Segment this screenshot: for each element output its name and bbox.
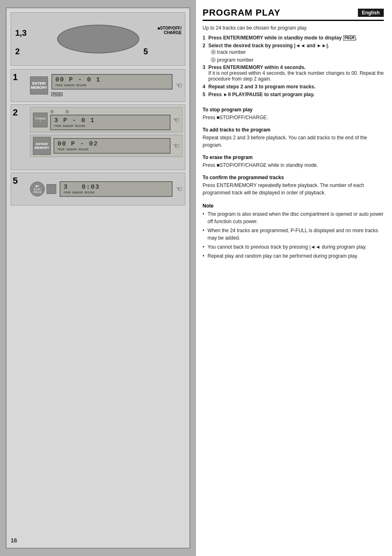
play-stop-buttons: ▶II PLAY /PAUS xyxy=(30,182,56,196)
step-num-2: 2 xyxy=(203,43,205,48)
prgm-label-1: PRGM xyxy=(51,92,62,96)
play-pause-button[interactable]: ▶II PLAY /PAUS xyxy=(30,182,45,196)
step-num-5: 5 xyxy=(203,92,205,97)
device-illustration: 1,3 ■STOP/OFF/CHARGE 2 5 xyxy=(11,12,185,66)
device-oval xyxy=(57,25,139,53)
step1-text: Press ENTER/MEMORY while in standby mode… xyxy=(208,35,357,41)
enter-memory-button-2b[interactable]: ENTER/ MEMORY xyxy=(33,137,51,155)
note-section: Note The program is also erased when the… xyxy=(203,203,384,261)
step2-sub-b: ⓑ program number xyxy=(203,57,384,64)
display-box-5: 3 0:03 PRGM RANDOM RESUME xyxy=(60,181,173,197)
note-item-4: Repeat play and random play can be perfo… xyxy=(203,252,384,260)
note-item-1: The program is also erased when the disc… xyxy=(203,210,384,225)
step-row-5: 5 ▶II PLAY /PAUS 3 0:03 PRGM RANDOM RESU… xyxy=(11,173,185,205)
prgm-display-label: PRGM xyxy=(343,35,355,41)
steps-container: 1 ENTER/ MEMORY 00 P - 0 1 PRGM RANDOM R… xyxy=(11,69,185,534)
instruction-step-5: 5 Press ►II PLAY/PAUSE to start program … xyxy=(203,92,384,97)
instruction-step-4: 4 Repeat steps 2 and 3 to program more t… xyxy=(203,84,384,90)
display-sub-5: PRGM RANDOM RESUME xyxy=(64,191,168,194)
step2a-row: TUNING + ⓐ ⓑ 3 P - 0 1 P xyxy=(30,107,182,132)
instruction-step-3: 3 Press ENTER/MEMORY within 4 seconds. I… xyxy=(203,65,384,82)
page-header: PROGRAM PLAY English xyxy=(203,7,384,21)
step3-bold: Press ENTER/MEMORY within 4 seconds. xyxy=(208,65,306,70)
step2-sub-a: ⓐ track number xyxy=(203,49,384,56)
display-line-5: 3 0:03 xyxy=(64,184,168,191)
note-item-3: You cannot back to previous track by pre… xyxy=(203,243,384,251)
label-b: ⓑ xyxy=(65,109,69,115)
section-text-add: Repeat steps 2 and 3 before playback. Yo… xyxy=(203,134,384,149)
right-panel: PROGRAM PLAY English Up to 24 tracks can… xyxy=(196,0,392,556)
stop-charge-label: ■STOP/OFF/CHARGE xyxy=(157,26,182,35)
stop-button[interactable] xyxy=(46,184,56,194)
step-num-1: 1 xyxy=(203,35,205,41)
display-line-2a: 3 P - 0 1 xyxy=(54,117,166,124)
manual-page: 1,3 ■STOP/OFF/CHARGE 2 5 1 ENTER/ MEMORY xyxy=(6,7,190,549)
instruction-step-2: 2 Select the desired track by pressing |… xyxy=(203,43,384,48)
step2-content: TUNING + ⓐ ⓑ 3 P - 0 1 P xyxy=(28,105,185,170)
step3-normal: If it is not pressed within 4 seconds, t… xyxy=(208,70,384,82)
intro-text: Up to 24 tracks can be chosen for progra… xyxy=(203,25,384,31)
step-num-3: 3 xyxy=(203,65,205,70)
step-number-1: 1 xyxy=(11,69,28,102)
display-sub-1: PRGM RANDOM RESUME xyxy=(55,84,168,87)
step-row-1: 1 ENTER/ MEMORY 00 P - 0 1 PRGM RANDOM R… xyxy=(11,69,185,102)
step4-text: Repeat steps 2 and 3 to program more tra… xyxy=(208,84,316,90)
step-label-5-device: 5 xyxy=(143,47,148,56)
label-a: ⓐ xyxy=(50,109,54,115)
note-list: The program is also erased when the disc… xyxy=(203,210,384,260)
step-row-2: 2 TUNING + ⓐ ⓑ xyxy=(11,104,185,170)
step5-content: ▶II PLAY /PAUS 3 0:03 PRGM RANDOM RESUME… xyxy=(28,173,185,205)
step2-text: Select the desired track by pressing |◄◄… xyxy=(208,43,329,48)
section-text-stop: Press ■STOP/OFF/CHARGE. xyxy=(203,114,384,121)
display-line-2b: 00 P - 02 xyxy=(58,141,166,148)
display-box-2a: 3 P - 0 1 PRGM RANDOM RESUME xyxy=(50,115,171,130)
step1-content: ENTER/ MEMORY 00 P - 0 1 PRGM RANDOM RES… xyxy=(28,69,185,102)
left-panel: 1,3 ■STOP/OFF/CHARGE 2 5 1 ENTER/ MEMORY xyxy=(0,0,196,556)
hand-icon-2a: ☞ xyxy=(173,115,180,125)
section-text-erase: Press ■STOP/OFF/CHARGE while in standby … xyxy=(203,161,384,169)
display-sub-2a: PRGM RANDOM RESUME xyxy=(54,125,166,128)
tuning-button[interactable]: TUNING + xyxy=(33,113,48,127)
display-box-1: 00 P - 0 1 PRGM RANDOM RESUME xyxy=(51,74,173,90)
display-line-1: 00 P - 0 1 xyxy=(55,76,168,83)
step-number-2: 2 xyxy=(11,105,28,170)
section-heading-add: To add tracks to the program xyxy=(203,127,384,133)
step-label-13: 1,3 xyxy=(15,28,27,38)
display-sub-2b: PRGM RANDOM RESUME xyxy=(58,148,166,151)
page-title: PROGRAM PLAY xyxy=(203,7,281,18)
section-heading-erase: To erase the program xyxy=(203,155,384,160)
section-heading-confirm: To confirm the programmed tracks xyxy=(203,175,384,180)
step2b-row: ENTER/ MEMORY 00 P - 02 PRGM RANDOM RESU… xyxy=(30,135,182,157)
note-item-2: When the 24 tracks are programmed, P-FUL… xyxy=(203,227,384,242)
section-heading-stop: To stop program play xyxy=(203,107,384,113)
steps-list: 1 Press ENTER/MEMORY while in standby mo… xyxy=(203,35,384,99)
note-heading: Note xyxy=(203,203,384,209)
step-number-5: 5 xyxy=(11,173,28,205)
enter-memory-button-1[interactable]: ENTER/ MEMORY xyxy=(30,76,48,95)
instruction-step-1: 1 Press ENTER/MEMORY while in standby mo… xyxy=(203,35,384,41)
step-label-2-device: 2 xyxy=(15,47,20,56)
step5-text: Press ►II PLAY/PAUSE to start program pl… xyxy=(208,92,314,97)
ab-labels: ⓐ ⓑ xyxy=(50,109,171,115)
page-number: 16 xyxy=(11,537,185,544)
hand-icon-1: ☞ xyxy=(176,81,182,90)
hand-icon-5: ☞ xyxy=(176,185,182,194)
language-badge: English xyxy=(358,9,384,17)
step-num-4: 4 xyxy=(203,84,205,90)
hand-icon-2b: ☞ xyxy=(173,141,180,150)
section-text-confirm: Press ENTER/MEMORY repeatedly before pla… xyxy=(203,182,384,196)
display-box-2b: 00 P - 02 PRGM RANDOM RESUME xyxy=(53,138,171,154)
